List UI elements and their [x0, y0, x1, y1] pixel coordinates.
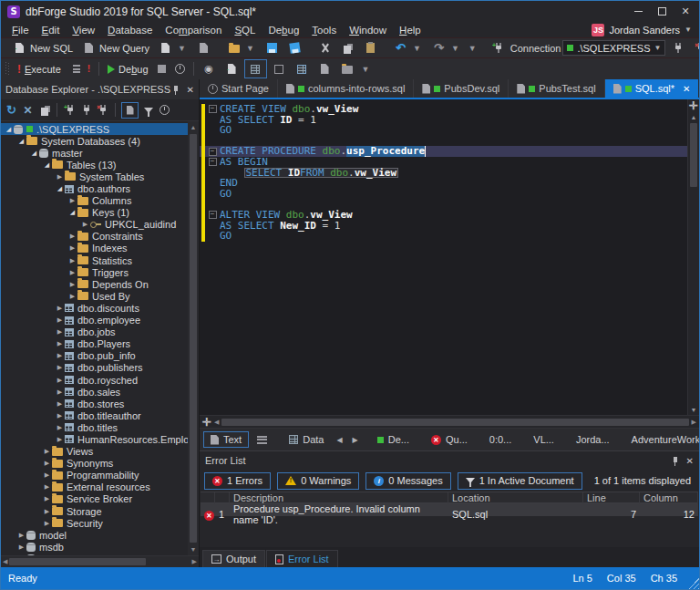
tree-item[interactable]: ◢.\SQLEXPRESS [1, 123, 199, 135]
tree-item[interactable]: ▶Security [1, 517, 199, 529]
tree-item[interactable]: ◢System Databases (4) [1, 135, 199, 147]
expand-arrow-icon[interactable]: ▶ [68, 293, 77, 300]
tab-pubstest-sql[interactable]: PubsTest.sql [509, 79, 604, 98]
tree-item[interactable]: ▶Indexes [1, 243, 199, 254]
cut-button[interactable] [314, 39, 335, 57]
refresh-button[interactable]: ↻ [5, 103, 18, 117]
scroll-up-icon[interactable]: ▲ [190, 121, 197, 133]
menu-item-comparison[interactable]: Comparison [159, 24, 228, 36]
new-document-button[interactable]: ▼ [155, 39, 191, 57]
pin-results-button[interactable] [244, 59, 267, 78]
code-line[interactable]: −CREATE VIEW dbo.vw_View [200, 104, 699, 115]
tree-item[interactable]: ▶dbo.stores [1, 398, 199, 409]
tree-item[interactable]: ▶UPKCL_auidind [1, 219, 199, 231]
stop-button[interactable] [154, 63, 170, 75]
code-line[interactable]: GO [200, 189, 699, 200]
expand-arrow-icon[interactable]: ▶ [56, 388, 64, 396]
fold-marker-icon[interactable]: − [209, 148, 217, 156]
expand-arrow-icon[interactable]: ▶ [56, 305, 64, 312]
expand-arrow-icon[interactable]: ▶ [43, 471, 51, 479]
new-query-button[interactable]: New Query [78, 39, 153, 57]
maximize-button[interactable] [650, 1, 674, 22]
toolbar-overflow-button[interactable]: ▼ [467, 44, 479, 53]
expand-arrow-icon[interactable]: ▶ [56, 328, 64, 336]
expand-arrow-icon[interactable]: ▶ [81, 221, 89, 228]
expand-arrow-icon[interactable]: ▶ [56, 400, 64, 408]
tab-error-list[interactable]: Error List [266, 550, 338, 567]
close-tab-icon[interactable]: ✕ [683, 84, 690, 94]
connection-state-item[interactable]: De... [370, 431, 417, 448]
fold-marker-icon[interactable]: − [209, 105, 217, 113]
scroll-left-icon[interactable]: ◀ [3, 558, 7, 565]
query-profiler-button[interactable]: ◉ [199, 60, 220, 78]
menu-item-window[interactable]: Window [343, 24, 393, 36]
tree-item[interactable]: ▶msdb [1, 541, 199, 553]
open-file-button[interactable]: ▼ [223, 39, 260, 57]
expand-arrow-icon[interactable]: ▶ [43, 520, 51, 527]
disconnect-button[interactable] [690, 39, 700, 57]
tree-item[interactable]: ▶Triggers [1, 266, 199, 278]
scroll-left-icon[interactable]: ◀ [214, 419, 219, 426]
menu-item-debug[interactable]: Debug [262, 24, 305, 36]
tree-item[interactable]: ▶Synonyms [1, 458, 199, 470]
menu-item-edit[interactable]: Edit [36, 24, 67, 36]
expand-arrow-icon[interactable]: ▶ [68, 197, 77, 204]
expand-arrow-icon[interactable]: ▶ [56, 377, 64, 384]
scroll-down-icon[interactable]: ▼ [190, 543, 197, 555]
expand-arrow-icon[interactable]: ▶ [17, 532, 26, 539]
menu-item-tools[interactable]: Tools [305, 24, 343, 36]
tree-item[interactable]: ▶Storage [1, 505, 199, 517]
tree-item[interactable]: ◢Keys (1) [1, 207, 199, 219]
tree-item[interactable]: ▶Statistics [1, 254, 199, 266]
redo-button[interactable]: ↷▼ [428, 39, 465, 57]
code-line[interactable]: END [200, 178, 699, 189]
next-result-button[interactable]: ▶ [348, 436, 363, 444]
new-connection-button[interactable]: + [63, 103, 77, 117]
close-button[interactable]: ✕ [674, 1, 697, 22]
tree-item[interactable]: ▶dbo.publishers [1, 362, 199, 374]
tree-item[interactable]: ▶dbo.titles [1, 421, 199, 433]
expand-arrow-icon[interactable]: ▶ [56, 173, 64, 181]
tree-item[interactable]: ▶dbo.roysched [1, 374, 199, 386]
expand-arrow-icon[interactable]: ▶ [56, 364, 64, 371]
expand-arrow-icon[interactable]: ▶ [43, 460, 51, 467]
tree-item[interactable]: ▶Constraints [1, 231, 199, 243]
tree-item[interactable]: ▶dbo.employee [1, 315, 199, 326]
tree-item[interactable]: ▶tempdb [1, 553, 199, 555]
execute-button[interactable]: !Execute [14, 61, 65, 78]
disconnect-button[interactable] [96, 103, 109, 117]
error-row[interactable]: ✕1Procedure usp_Procedure. Invalid colum… [201, 503, 698, 516]
recent-objects-button[interactable] [158, 103, 171, 117]
prev-result-button[interactable]: ◀ [332, 436, 346, 444]
column-header-description[interactable]: Description [230, 492, 448, 503]
text-view-tab[interactable]: Text [203, 431, 249, 448]
pan-handle-icon[interactable]: ✛ [202, 416, 211, 429]
resize-grip[interactable] [688, 578, 699, 589]
connection-select[interactable]: .\SQLEXPRESS ▼ [562, 40, 665, 56]
expand-arrow-icon[interactable]: ▶ [56, 340, 64, 347]
expand-arrow-icon[interactable]: ▶ [56, 424, 64, 431]
tree-item[interactable]: ◢Tables (13) [1, 159, 199, 171]
fold-marker-icon[interactable]: − [209, 211, 217, 219]
collapse-arrow-icon[interactable]: ◢ [5, 126, 13, 133]
tree-item[interactable]: ▶Service Broker [1, 493, 199, 505]
tab-start-page[interactable]: Start Page [200, 79, 278, 98]
menu-item-file[interactable]: File [5, 24, 36, 36]
tree-item[interactable]: ◢master [1, 147, 199, 159]
tree-item[interactable]: ▶Columns [1, 195, 199, 207]
tree-item[interactable]: ◢dbo.authors [1, 182, 199, 194]
column-header-column[interactable]: Column [640, 492, 698, 503]
collapse-arrow-icon[interactable]: ◢ [30, 150, 38, 157]
expand-arrow-icon[interactable]: ▶ [68, 281, 77, 288]
tree-item[interactable]: ▶dbo.pub_info [1, 350, 199, 362]
scroll-up-icon[interactable]: ▲ [691, 112, 697, 122]
editor-horizontal-scrollbar[interactable]: ✛ ◀ ▶ [200, 415, 699, 428]
export-results-button[interactable] [221, 60, 242, 78]
collapse-arrow-icon[interactable]: ◢ [68, 209, 77, 216]
expand-arrow-icon[interactable]: ▶ [68, 269, 77, 276]
tree-item[interactable]: ▶dbo.Players [1, 338, 199, 350]
active-document-filter-button[interactable]: 1 In Active Document [458, 472, 582, 490]
expand-arrow-icon[interactable]: ▶ [43, 495, 51, 502]
expand-arrow-icon[interactable]: ▶ [56, 352, 64, 359]
tree-vertical-scrollbar[interactable]: ▲ ▼ [188, 121, 199, 555]
